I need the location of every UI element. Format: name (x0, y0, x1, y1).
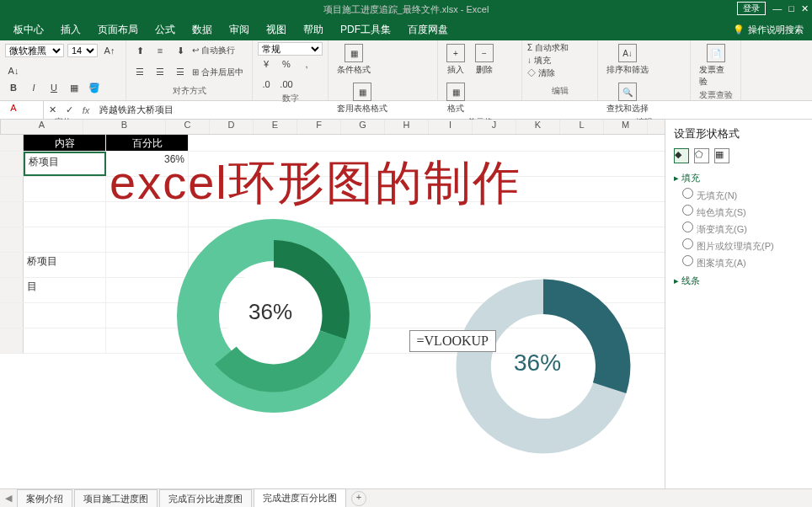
sheet-tab-0[interactable]: 案例介绍 (17, 489, 72, 508)
col-header-n[interactable]: N (648, 120, 665, 134)
chart-area[interactable]: 36% 36% (152, 135, 657, 472)
percent-icon[interactable]: % (278, 56, 295, 72)
tab-formula[interactable]: 公式 (147, 19, 184, 40)
merge-center-button[interactable]: ⊞ 合并后居中 (192, 67, 243, 78)
sort-filter-button[interactable]: A↓排序和筛选 (603, 42, 652, 77)
col-header-m[interactable]: M (604, 120, 648, 134)
clear-button[interactable]: ◇ 清除 (527, 67, 555, 79)
line-section[interactable]: ▸ 线条 (674, 275, 804, 287)
tab-help[interactable]: 帮助 (295, 19, 332, 40)
close-icon[interactable]: ✕ (801, 3, 809, 14)
sheet-tab-2[interactable]: 完成百分比进度图 (159, 489, 252, 508)
name-box[interactable] (0, 101, 44, 119)
cell-a6[interactable]: 桥项目 (24, 253, 106, 277)
col-header-c[interactable]: C (166, 120, 210, 134)
fx-icon[interactable]: fx (77, 105, 94, 115)
minimize-icon[interactable]: — (772, 3, 782, 13)
login-button[interactable]: 登录 (737, 2, 766, 15)
fill-solid-radio[interactable]: 纯色填充(S) (682, 205, 804, 219)
conditional-format-button[interactable]: ▦条件格式 (334, 42, 374, 77)
delete-button[interactable]: −删除 (472, 42, 497, 77)
tab-template[interactable]: 板中心 (5, 19, 52, 40)
invoice-check-button[interactable]: 📄发票查验 (696, 42, 735, 89)
align-bottom-icon[interactable]: ⬇ (172, 42, 189, 59)
header-cell-content[interactable]: 内容 (24, 135, 106, 151)
confirm-formula-icon[interactable]: ✓ (61, 102, 77, 119)
col-header-l[interactable]: L (560, 120, 604, 134)
increase-font-icon[interactable]: A↑ (101, 42, 118, 59)
col-header-h[interactable]: H (385, 120, 429, 134)
column-headers: A B C D E F G H I J K L M N (0, 120, 665, 135)
size-tab-icon[interactable]: ▦ (714, 148, 729, 163)
fill-gradient-radio[interactable]: 渐变填充(G) (682, 221, 804, 236)
maximize-icon[interactable]: □ (788, 3, 794, 13)
border-icon[interactable]: ▦ (66, 79, 83, 96)
col-header-d[interactable]: D (210, 120, 254, 134)
tell-me-search[interactable]: 💡 操作说明搜索 (724, 19, 812, 40)
sheet-tabs: ◀ 案例介绍 项目施工进度图 完成百分比进度图 完成进度百分比图 + (0, 488, 812, 507)
align-right-icon[interactable]: ☰ (172, 64, 189, 81)
fill-section[interactable]: ▸ 填充 (674, 172, 804, 184)
tab-data[interactable]: 数据 (184, 19, 221, 40)
tab-view[interactable]: 视图 (258, 19, 295, 40)
fill-picture-radio[interactable]: 图片或纹理填充(P) (682, 238, 804, 253)
underline-icon[interactable]: U (45, 79, 62, 96)
wrap-text-button[interactable]: ↩ 自动换行 (192, 45, 235, 56)
title-bar: 项目施工进度追踪_最终文件.xlsx - Excel 登录 — □ ✕ (0, 0, 812, 19)
tab-nav-prev-icon[interactable]: ◀ (5, 493, 12, 504)
fill-none-radio[interactable]: 无填充(N) (682, 188, 804, 202)
col-header-k[interactable]: K (516, 120, 560, 134)
effects-tab-icon[interactable]: ⬠ (694, 148, 709, 163)
formula-input[interactable]: 跨越铁路大桥项目 (94, 104, 812, 116)
format-shape-pane: 设置形状格式 ◆ ⬠ ▦ ▸ 填充 无填充(N) 纯色填充(S) 渐变填充(G)… (665, 120, 812, 488)
group-align: 对齐方式 (131, 85, 247, 99)
align-middle-icon[interactable]: ≡ (152, 42, 168, 59)
col-header-i[interactable]: I (429, 120, 473, 134)
align-top-icon[interactable]: ⬆ (131, 42, 148, 59)
sheet-tab-3[interactable]: 完成进度百分比图 (254, 488, 346, 507)
tab-insert[interactable]: 插入 (52, 19, 89, 40)
align-left-icon[interactable]: ☰ (131, 64, 148, 81)
worksheet[interactable]: A B C D E F G H I J K L M N 内容 百分比 桥项目 3… (0, 120, 665, 488)
vlookup-textbox[interactable]: =VLOOKUP (409, 330, 496, 352)
comma-icon[interactable]: , (298, 56, 315, 72)
donut-1-label: 36% (248, 299, 292, 325)
autosum-button[interactable]: Σ 自动求和 (527, 42, 569, 54)
col-header-j[interactable]: J (473, 120, 516, 134)
fill-pattern-radio[interactable]: 图案填充(A) (682, 255, 804, 270)
decimal-dec-icon[interactable]: .00 (278, 76, 295, 93)
menu-bar: 板中心 插入 页面布局 公式 数据 审阅 视图 帮助 PDF工具集 百度网盘 💡… (0, 19, 812, 40)
align-center-icon[interactable]: ☰ (152, 64, 168, 81)
bold-icon[interactable]: B (5, 79, 22, 96)
col-header-g[interactable]: G (341, 120, 385, 134)
decimal-inc-icon[interactable]: .0 (258, 76, 275, 93)
tab-layout[interactable]: 页面布局 (89, 19, 147, 40)
group-invoice: 发票查验 (696, 89, 735, 103)
fill-line-tab-icon[interactable]: ◆ (674, 148, 689, 163)
window-title: 项目施工进度追踪_最终文件.xlsx - Excel (323, 3, 489, 16)
fill-button[interactable]: ↓ 填充 (527, 55, 551, 67)
active-cell[interactable]: 桥项目 (24, 152, 106, 176)
col-header-b[interactable]: B (83, 120, 166, 134)
col-header-e[interactable]: E (254, 120, 297, 134)
tab-baidu[interactable]: 百度网盘 (399, 19, 457, 40)
col-header-f[interactable]: F (297, 120, 341, 134)
number-format-select[interactable]: 常规 (258, 42, 323, 56)
pane-title: 设置形状格式 (674, 126, 804, 141)
font-name-select[interactable]: 微软雅黑 (5, 44, 64, 57)
currency-icon[interactable]: ¥ (258, 56, 275, 72)
tab-pdf[interactable]: PDF工具集 (332, 19, 399, 40)
col-header-a[interactable]: A (1, 120, 83, 134)
donut-2-label: 36% (514, 350, 561, 376)
add-sheet-button[interactable]: + (351, 491, 366, 506)
cell-a7[interactable]: 目 (24, 278, 106, 302)
font-size-select[interactable]: 14 (67, 44, 98, 57)
ribbon: 微软雅黑 14 A↑ A↓ B I U ▦ 🪣 A 字体 ⬆ ≡ ⬇ ↩ 自动换… (0, 40, 812, 101)
sheet-tab-1[interactable]: 项目施工进度图 (74, 489, 158, 508)
decrease-font-icon[interactable]: A↓ (5, 62, 22, 79)
tab-review[interactable]: 审阅 (221, 19, 258, 40)
insert-button[interactable]: +插入 (443, 42, 468, 77)
fill-color-icon[interactable]: 🪣 (86, 79, 103, 96)
italic-icon[interactable]: I (25, 79, 42, 96)
cancel-formula-icon[interactable]: ✕ (44, 102, 61, 119)
